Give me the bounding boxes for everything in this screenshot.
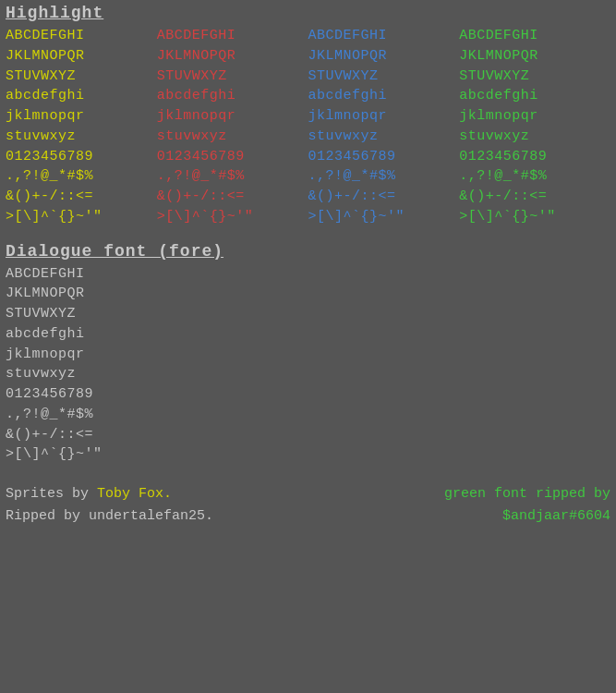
highlight-section: Highlight ABCDEFGHI JKLMNOPQR STUVWXYZ a… [6, 4, 610, 227]
credits-toby: Toby Fox. [97, 486, 172, 502]
credits: Sprites by Toby Fox. Ripped by undertale… [6, 483, 610, 528]
dialogue-section: Dialogue font (fore) ABCDEFGHI JKLMNOPQR… [6, 242, 610, 466]
dialogue-text: ABCDEFGHI JKLMNOPQR STUVWXYZ abcdefghi j… [6, 264, 610, 466]
credits-left: Sprites by Toby Fox. Ripped by undertale… [6, 483, 213, 528]
credits-right: green font ripped by $andjaar#6604 [444, 483, 610, 528]
credits-ripped-prefix: Ripped by [6, 508, 89, 524]
highlight-title: Highlight [6, 4, 610, 22]
highlight-grid: ABCDEFGHI JKLMNOPQR STUVWXYZ abcdefghi j… [6, 26, 610, 227]
credits-right-line1: green font ripped by [444, 483, 610, 505]
credits-line1: Sprites by Toby Fox. [6, 483, 213, 505]
highlight-col-4: ABCDEFGHI JKLMNOPQR STUVWXYZ abcdefghi j… [459, 26, 610, 227]
highlight-col-1: ABCDEFGHI JKLMNOPQR STUVWXYZ abcdefghi j… [6, 26, 157, 227]
page-container: Highlight ABCDEFGHI JKLMNOPQR STUVWXYZ a… [6, 4, 610, 528]
highlight-col-3: ABCDEFGHI JKLMNOPQR STUVWXYZ abcdefghi j… [308, 26, 460, 227]
credits-ripped-by: undertalefan25. [89, 508, 213, 524]
dialogue-title: Dialogue font (fore) [6, 242, 610, 261]
credits-sprites-prefix: Sprites by [6, 486, 97, 502]
credits-right-line2: $andjaar#6604 [444, 505, 610, 528]
credits-line2: Ripped by undertalefan25. [6, 505, 213, 528]
highlight-col-2: ABCDEFGHI JKLMNOPQR STUVWXYZ abcdefghi j… [157, 26, 308, 227]
credits-block: Sprites by Toby Fox. Ripped by undertale… [6, 483, 610, 528]
